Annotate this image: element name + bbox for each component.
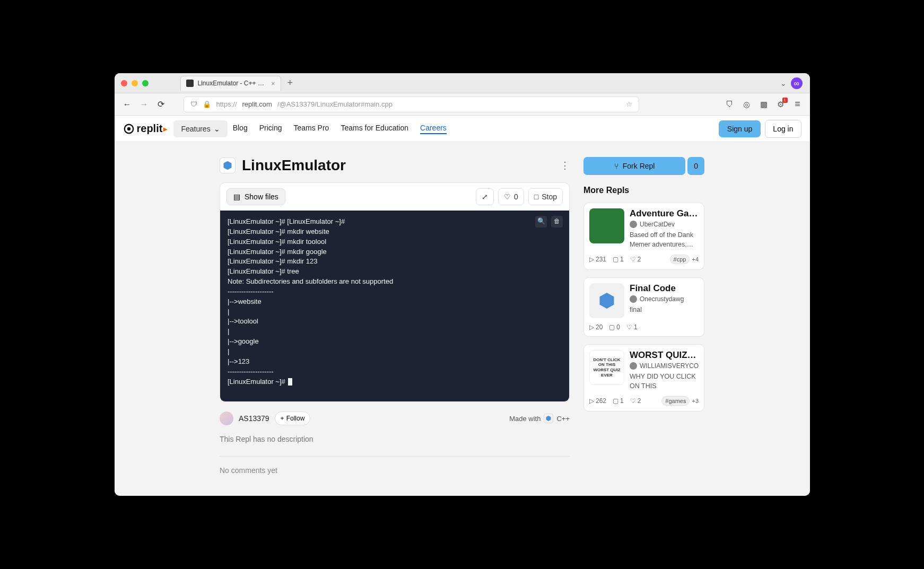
maximize-window-button[interactable] <box>142 80 149 86</box>
language-label[interactable]: C++ <box>556 415 570 423</box>
show-files-button[interactable]: ▤ Show files <box>226 188 285 205</box>
files-icon: ▤ <box>233 192 240 201</box>
browser-toolbar-icons: ⛉ ◎ ▩ ⚙1 ≡ <box>725 100 803 109</box>
more-menu-icon[interactable]: ⋮ <box>560 160 570 171</box>
cpp-icon <box>222 160 233 171</box>
comments-stat: ▢1 <box>613 397 624 405</box>
likes-stat: ♡1 <box>626 323 638 331</box>
nav-pricing[interactable]: Pricing <box>259 124 282 134</box>
made-with-badge[interactable] <box>544 414 553 423</box>
runs-stat: ▷262 <box>589 397 606 405</box>
heart-icon: ♡ <box>626 323 632 331</box>
tag-cpp[interactable]: #cpp <box>670 255 690 264</box>
follow-label: Follow <box>286 415 305 422</box>
page-content: LinuxEmulator ⋮ ▤ Show files ⤢ ♡ 0 <box>115 142 810 496</box>
play-icon: ▷ <box>589 323 594 331</box>
author-avatar[interactable] <box>220 412 233 425</box>
expand-icon: ⤢ <box>482 192 488 201</box>
made-with-label: Made with <box>509 415 541 423</box>
more-repl-card[interactable]: Final Code Onecrustydawg final ▷20 ▢0 ♡1 <box>583 277 704 337</box>
comment-icon: ▢ <box>613 397 618 405</box>
heart-icon: ♡ <box>504 192 511 201</box>
author-row: AS13379 + Follow Made with C++ <box>220 412 570 425</box>
title-row: LinuxEmulator ⋮ <box>220 157 570 174</box>
chevron-down-icon: ⌄ <box>214 125 220 133</box>
terminal-trash-icon[interactable]: 🗑 <box>551 216 563 227</box>
terminal[interactable]: 🔍🗑[LinuxEmulator ~]# [LinuxEmulator ~]# … <box>220 211 569 401</box>
card-desc: Based off of the Dank Memer adventures, … <box>630 231 699 249</box>
card-thumb <box>589 208 624 243</box>
card-author-avatar <box>630 221 637 228</box>
repl-description: This Repl has no description <box>220 435 570 457</box>
favicon <box>186 80 194 87</box>
fork-count[interactable]: 0 <box>687 157 704 175</box>
profile-badge-icon[interactable]: ∞ <box>791 77 803 89</box>
made-with: Made with C++ <box>509 414 570 423</box>
like-button[interactable]: ♡ 0 <box>498 188 524 205</box>
card-author: UberCatDev <box>640 221 675 228</box>
fork-button[interactable]: ⑂ Fork Repl <box>583 157 685 175</box>
tabs-overflow-icon[interactable]: ⌄ <box>780 79 787 87</box>
extension-icon-2[interactable]: ▩ <box>759 100 769 109</box>
card-author: Onecrustydawg <box>640 295 684 303</box>
close-tab-icon[interactable]: × <box>271 80 275 87</box>
nav-careers[interactable]: Careers <box>420 124 447 134</box>
tag-more[interactable]: +3 <box>692 398 699 404</box>
browser-window: LinuxEmulator - C++ Repl - Rep... × + ⌄ … <box>115 73 810 496</box>
titlebar: LinuxEmulator - C++ Repl - Rep... × + ⌄ … <box>115 73 810 93</box>
cpp-icon-small <box>545 415 552 422</box>
terminal-cursor <box>288 378 292 386</box>
nav-teams-education[interactable]: Teams for Education <box>341 124 408 134</box>
logo[interactable]: replit ▸ <box>123 122 168 135</box>
new-tab-button[interactable]: + <box>287 77 293 89</box>
nav-teams-pro[interactable]: Teams Pro <box>293 124 329 134</box>
extension-icon-3[interactable]: ⚙1 <box>776 100 786 109</box>
tag-games[interactable]: #games <box>661 396 690 406</box>
features-label: Features <box>181 125 210 133</box>
card-title: WORST QUIZ EV... <box>630 350 699 361</box>
notif-badge: 1 <box>782 98 788 103</box>
main-column: LinuxEmulator ⋮ ▤ Show files ⤢ ♡ 0 <box>220 157 570 475</box>
language-badge <box>220 157 236 173</box>
terminal-search-icon[interactable]: 🔍 <box>535 216 547 227</box>
pocket-icon[interactable]: ⛉ <box>725 100 735 109</box>
expand-button[interactable]: ⤢ <box>476 188 494 205</box>
stop-button[interactable]: □ Stop <box>528 188 563 205</box>
stop-icon: □ <box>534 192 538 201</box>
url-host: replit.com <box>242 100 272 108</box>
minimize-window-button[interactable] <box>132 80 138 86</box>
tag-more[interactable]: +4 <box>692 256 699 262</box>
reload-button[interactable]: ⟳ <box>156 99 167 109</box>
author-name[interactable]: AS13379 <box>239 414 269 423</box>
plus-icon: + <box>281 415 284 422</box>
card-thumb <box>589 283 624 318</box>
close-window-button[interactable] <box>121 80 127 86</box>
runs-stat: ▷20 <box>589 323 603 331</box>
svg-marker-3 <box>546 416 551 421</box>
follow-button[interactable]: + Follow <box>275 412 311 425</box>
comments-stat: ▢0 <box>609 323 620 331</box>
features-dropdown[interactable]: Features ⌄ <box>173 120 227 137</box>
runs-stat: ▷231 <box>589 256 606 263</box>
traffic-lights <box>121 80 149 86</box>
browser-tab[interactable]: LinuxEmulator - C++ Repl - Rep... × <box>180 76 281 91</box>
bookmark-icon[interactable]: ☆ <box>626 100 632 108</box>
extension-icon-1[interactable]: ◎ <box>742 100 752 109</box>
login-button[interactable]: Log in <box>765 120 801 138</box>
browser-menu-icon[interactable]: ≡ <box>793 100 803 109</box>
card-desc: final <box>630 305 699 315</box>
play-icon: ▷ <box>589 256 594 263</box>
likes-stat: ♡2 <box>630 397 641 405</box>
comment-icon: ▢ <box>609 323 615 331</box>
more-repl-card[interactable]: Adventure Game UberCatDev Based off of t… <box>583 203 704 270</box>
address-bar[interactable]: 🛡 🔒 https://replit.com/@AS13379/LinuxEmu… <box>184 97 639 112</box>
like-count: 0 <box>514 192 518 201</box>
heart-icon: ♡ <box>630 256 636 263</box>
signup-button[interactable]: Sign up <box>719 120 761 137</box>
card-author: WILLIAMISVERYCOOL... <box>640 362 699 370</box>
nav-blog[interactable]: Blog <box>233 124 248 134</box>
cpp-icon <box>597 291 616 310</box>
more-repl-card[interactable]: DON'T CLICK ON THIS WORST QUIZ EVER WORS… <box>583 344 704 412</box>
forward-button[interactable]: → <box>139 100 150 109</box>
back-button[interactable]: ← <box>122 100 133 109</box>
